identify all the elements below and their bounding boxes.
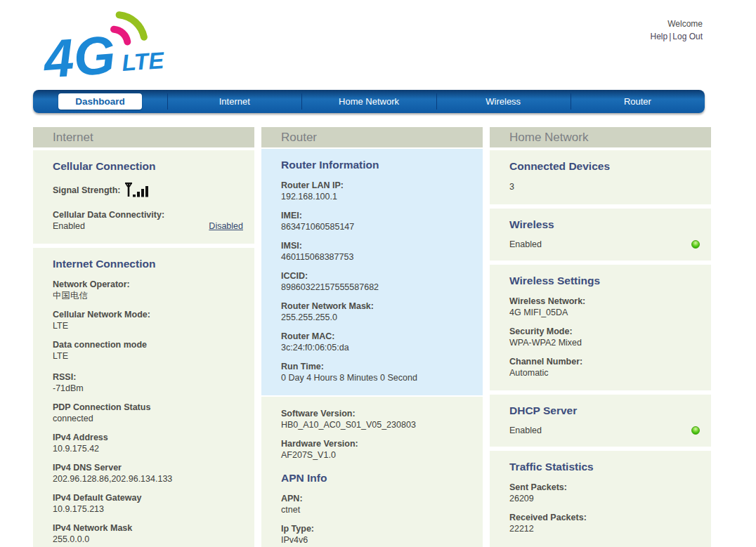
router-panel-title: Router (261, 127, 483, 147)
welcome-text: Welcome (650, 18, 703, 30)
tab-internet-label: Internet (219, 96, 250, 107)
logo-lte-text: LTE (121, 47, 165, 76)
internet-connection-section: Internet Connection Network Operator: 中国… (33, 248, 254, 547)
antenna-signal-bars-icon (125, 181, 149, 199)
connectivity-value: Enabled (53, 220, 85, 232)
field-imsi: IMSI: 460115068387753 (281, 240, 471, 263)
page-header: 4G LTE Welcome Help|Log Out (0, 0, 756, 90)
logo-4g-text: 4G (42, 25, 117, 83)
wireless-heading: Wireless (509, 218, 700, 231)
field-pdp-status: PDP Connection Status connected (53, 402, 243, 424)
router-information-section: Router Information Router LAN IP: 192.16… (261, 149, 483, 395)
tab-dashboard-label: Dashboard (58, 93, 142, 110)
field-run-time: Run Time: 0 Day 4 Hours 8 Minutes 0 Seco… (281, 361, 471, 383)
field-security-mode: Security Mode: WPA-WPA2 Mixed (509, 326, 700, 348)
traffic-statistics-section: Traffic Statistics Sent Packets: 26209 R… (490, 451, 711, 547)
internet-panel: Internet Cellular Connection Signal Stre… (33, 127, 254, 546)
field-ipv4-dns: IPv4 DNS Server 202.96.128.86,202.96.134… (53, 462, 243, 485)
tab-internet[interactable]: Internet (167, 90, 301, 113)
cellular-connection-section: Cellular Connection Signal Strength: (33, 150, 254, 244)
cellular-connection-heading: Cellular Connection (53, 160, 243, 173)
dashboard-content: Internet Cellular Connection Signal Stre… (33, 127, 756, 546)
field-software-version: Software Version: HB0_A10_AC0_S01_V05_23… (281, 408, 471, 430)
field-channel-number: Channel Number: Automatic (509, 356, 700, 378)
field-router-mac: Router MAC: 3c:24:f0:06:05:da (281, 331, 471, 353)
field-received-packets: Received Packets: 22212 (509, 512, 700, 534)
logo-pink-arc-icon (114, 29, 127, 43)
field-network-operator: Network Operator: 中国电信 (53, 279, 243, 301)
wireless-settings-section: Wireless Settings Wireless Network: 4G M… (490, 265, 711, 390)
wireless-status-green-dot-icon (691, 240, 700, 249)
field-ip-type: Ip Type: IPv4v6 (281, 523, 471, 546)
tab-wireless-label: Wireless (485, 96, 521, 107)
field-cellular-network-mode: Cellular Network Mode: LTE (53, 309, 243, 331)
field-router-network-mask: Router Network Mask: 255.255.255.0 (281, 301, 471, 323)
field-imei: IMEI: 863471060585147 (281, 210, 471, 232)
wireless-status-section: Wireless Enabled (490, 209, 711, 261)
field-wireless-network: Wireless Network: 4G MIFI_05DA (509, 296, 700, 318)
router-panel: Router Router Information Router LAN IP:… (261, 127, 483, 546)
field-ipv4-address: IPv4 Address 10.9.175.42 (53, 432, 243, 454)
tab-home-network[interactable]: Home Network (301, 90, 436, 113)
dhcp-server-section: DHCP Server Enabled (490, 395, 711, 447)
field-ipv4-mask: IPv4 Network Mask 255.0.0.0 (53, 522, 243, 545)
field-iccid: ICCID: 89860322157555587682 (281, 270, 471, 293)
connected-devices-heading: Connected Devices (509, 160, 700, 173)
field-hardware-version: Hardware Version: AF207S_V1.0 (281, 438, 471, 461)
tab-dashboard[interactable]: Dashboard (33, 90, 167, 113)
field-rssi: RSSI: -71dBm (53, 371, 243, 394)
tab-home-network-label: Home Network (339, 96, 399, 107)
connectivity-label: Cellular Data Connectivity: (53, 209, 243, 220)
home-network-panel: Home Network Connected Devices 3 Wireles… (490, 127, 711, 546)
router-versions-section: Software Version: HB0_A10_AC0_S01_V05_23… (261, 397, 483, 547)
field-router-lan-ip: Router LAN IP: 192.168.100.1 (281, 180, 471, 202)
help-link[interactable]: Help (650, 32, 667, 41)
field-apn: APN: ctnet (281, 493, 471, 515)
disable-data-link[interactable]: Disabled (209, 220, 243, 232)
field-sent-packets: Sent Packets: 26209 (509, 482, 700, 504)
4g-lte-logo: 4G LTE (42, 7, 183, 83)
wireless-settings-heading: Wireless Settings (509, 275, 700, 287)
logout-link[interactable]: Log Out (672, 32, 703, 41)
connected-devices-section: Connected Devices 3 (490, 150, 711, 204)
tab-router-label: Router (624, 96, 651, 107)
connected-devices-count: 3 (509, 181, 700, 192)
tab-wireless[interactable]: Wireless (436, 90, 571, 113)
internet-panel-title: Internet (33, 127, 254, 147)
tab-router[interactable]: Router (571, 90, 705, 113)
internet-connection-heading: Internet Connection (53, 258, 243, 270)
signal-strength-label: Signal Strength: (53, 185, 121, 195)
traffic-statistics-heading: Traffic Statistics (509, 461, 700, 473)
main-nav: Dashboard Internet Home Network Wireless… (33, 90, 705, 113)
home-network-panel-title: Home Network (490, 127, 711, 147)
dhcp-status-value: Enabled (509, 426, 542, 435)
dhcp-server-heading: DHCP Server (509, 404, 700, 417)
account-area: Welcome Help|Log Out (650, 18, 703, 43)
apn-info-heading: APN Info (281, 472, 471, 485)
field-data-connection-mode: Data connection mode LTE (53, 339, 243, 362)
wireless-status-value: Enabled (509, 239, 542, 249)
dhcp-status-green-dot-icon (691, 426, 700, 435)
field-ipv4-gateway: IPv4 Default Gateway 10.9.175.213 (53, 492, 243, 515)
router-information-heading: Router Information (281, 159, 471, 171)
